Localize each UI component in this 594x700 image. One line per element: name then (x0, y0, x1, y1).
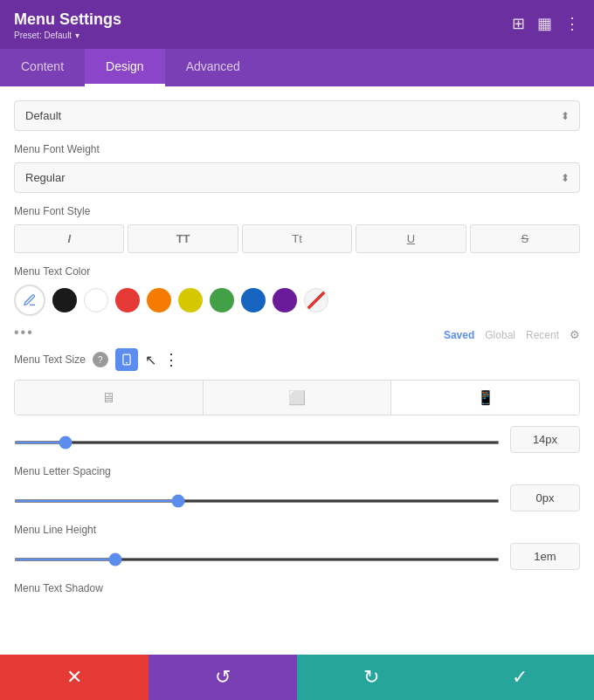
font-weight-select[interactable]: Regular (14, 162, 580, 193)
color-red[interactable] (115, 288, 140, 312)
more-colors-dots[interactable]: ••• (14, 325, 34, 340)
tab-design[interactable]: Design (85, 49, 165, 86)
preset-label[interactable]: Preset: Default ▾ (14, 31, 121, 40)
letter-spacing-value[interactable]: 0px (510, 484, 580, 511)
header: Menu Settings Preset: Default ▾ ⊞ ▦ ⋮ (0, 0, 594, 49)
header-icons: ⊞ ▦ ⋮ (512, 14, 580, 33)
text-size-slider-container (14, 432, 500, 448)
save-icon: ✓ (512, 666, 528, 689)
cancel-button[interactable]: ✕ (0, 655, 148, 700)
desktop-icon: 🖥 (101, 390, 115, 406)
color-row (14, 285, 580, 316)
header-left: Menu Settings Preset: Default ▾ (14, 10, 121, 40)
reset-button[interactable]: ↺ (148, 655, 297, 700)
line-height-slider[interactable] (14, 558, 500, 561)
redo-button[interactable]: ↻ (297, 655, 446, 700)
content-area: Default ⬍ Menu Font Weight Regular ⬍ Men… (0, 86, 594, 655)
line-height-value[interactable]: 1em (510, 543, 580, 570)
text-size-slider[interactable] (14, 441, 500, 444)
text-size-label: Menu Text Size (14, 353, 86, 366)
color-yellow[interactable] (178, 288, 203, 312)
style-italic-btn[interactable]: I (14, 224, 124, 253)
redo-icon: ↻ (363, 666, 379, 689)
color-green[interactable] (210, 288, 234, 312)
color-picker-btn[interactable] (14, 285, 45, 316)
mobile-icon: 📱 (477, 389, 494, 406)
color-blue[interactable] (241, 288, 266, 312)
line-height-slider-container (14, 549, 500, 565)
letter-spacing-row: 0px (14, 484, 580, 511)
tab-bar: Content Design Advanced (0, 49, 594, 86)
color-transparent[interactable] (304, 288, 328, 312)
color-white[interactable] (84, 288, 108, 312)
style-bold-tt-btn[interactable]: TT (128, 224, 238, 253)
layout-icon[interactable]: ▦ (537, 14, 552, 33)
color-purple[interactable] (273, 288, 297, 312)
device-tabs: 🖥 ⬜ 📱 (14, 380, 580, 415)
tablet-icon: ⬜ (288, 389, 306, 406)
size-device-icon-btn[interactable] (115, 348, 138, 371)
letter-spacing-slider-container (14, 491, 500, 506)
more-icon[interactable]: ⋮ (564, 14, 580, 33)
font-select-wrapper: Default ⬍ (14, 100, 580, 131)
color-orange[interactable] (147, 288, 171, 312)
save-button[interactable]: ✓ (446, 655, 594, 700)
text-color-label: Menu Text Color (14, 265, 580, 278)
device-tab-tablet[interactable]: ⬜ (204, 381, 392, 415)
font-select[interactable]: Default (14, 100, 580, 131)
tab-content[interactable]: Content (0, 49, 85, 86)
preset-arrow-icon: ▾ (75, 31, 79, 40)
reset-icon: ↺ (215, 666, 231, 689)
line-height-row: 1em (14, 543, 580, 570)
color-black[interactable] (52, 288, 77, 312)
font-weight-select-wrapper: Regular ⬍ (14, 162, 580, 193)
style-underline-btn[interactable]: U (356, 224, 466, 253)
tab-advanced[interactable]: Advanced (165, 49, 261, 86)
color-tabs-row: Saved Global Recent ⚙ (444, 328, 580, 341)
letter-spacing-slider[interactable] (14, 499, 500, 503)
size-row: Menu Text Size ? ↖ ⋮ (14, 348, 580, 371)
color-tab-saved[interactable]: Saved (444, 329, 474, 341)
font-weight-label: Menu Font Weight (14, 143, 580, 155)
help-icon[interactable]: ? (93, 352, 108, 367)
text-size-section: Menu Text Size ? ↖ ⋮ 🖥 ⬜ 📱 (14, 348, 580, 453)
color-settings-icon[interactable]: ⚙ (570, 328, 580, 341)
text-size-slider-row: 14px (14, 426, 580, 453)
style-strikethrough-btn[interactable]: S (470, 224, 580, 253)
letter-spacing-label: Menu Letter Spacing (14, 465, 580, 477)
more-options-icon[interactable]: ⋮ (163, 350, 179, 369)
device-tab-desktop[interactable]: 🖥 (15, 381, 204, 415)
color-tab-global[interactable]: Global (485, 329, 515, 341)
style-tt-btn[interactable]: Tt (242, 224, 352, 253)
fullscreen-icon[interactable]: ⊞ (512, 14, 525, 33)
cursor-icon[interactable]: ↖ (145, 352, 156, 368)
text-size-value[interactable]: 14px (510, 426, 580, 453)
text-shadow-label: Menu Text Shadow (14, 582, 580, 594)
line-height-label: Menu Line Height (14, 524, 580, 536)
color-tab-recent[interactable]: Recent (526, 329, 559, 341)
footer: ✕ ↺ ↻ ✓ (0, 655, 594, 700)
panel-title: Menu Settings (14, 10, 121, 29)
font-style-label: Menu Font Style (14, 205, 580, 217)
cancel-icon: ✕ (66, 666, 82, 689)
color-section: ••• Saved Global Recent ⚙ (14, 285, 580, 341)
font-style-buttons: I TT Tt U S (14, 224, 580, 253)
panel: Menu Settings Preset: Default ▾ ⊞ ▦ ⋮ Co… (0, 0, 594, 700)
device-tab-mobile[interactable]: 📱 (391, 381, 579, 415)
